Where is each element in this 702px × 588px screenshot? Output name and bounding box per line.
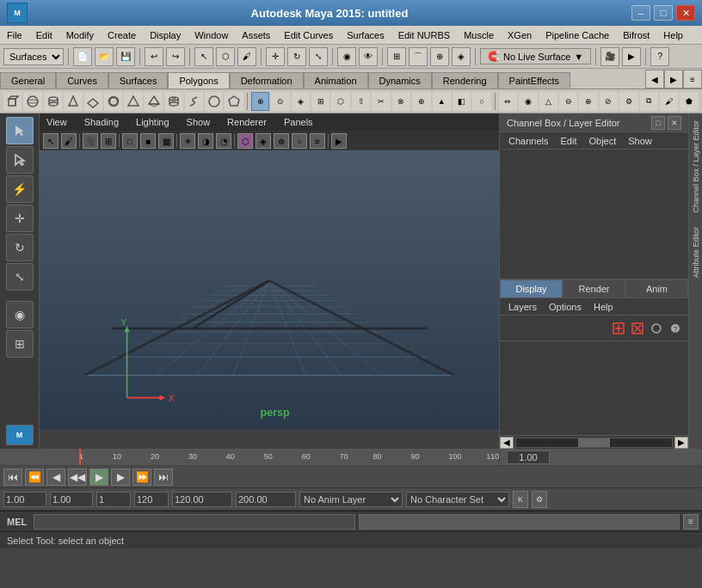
shelf-paint-select[interactable]: ⬟ — [680, 92, 698, 111]
vp-menu-show[interactable]: Show — [187, 117, 211, 127]
lm-options[interactable]: Options — [544, 300, 587, 314]
menu-bifrost[interactable]: Bifrost — [616, 26, 656, 44]
cm-edit[interactable]: Edit — [555, 134, 582, 148]
tab-polygons[interactable]: Polygons — [168, 72, 229, 89]
3d-viewport[interactable]: View Shading Lighting Show Renderer Pane… — [40, 113, 499, 449]
shelf-bridge[interactable]: ⊞ — [311, 92, 329, 111]
render-btn[interactable]: 🎥 — [600, 47, 619, 66]
no-live-surface-button[interactable]: 🧲 No Live Surface ▼ — [480, 48, 591, 64]
lm-help[interactable]: Help — [588, 300, 619, 314]
shelf-connect[interactable]: ⊕ — [412, 92, 430, 111]
shelf-pipe[interactable] — [164, 92, 182, 111]
range-max-input[interactable] — [236, 492, 296, 507]
menu-help[interactable]: Help — [656, 26, 690, 44]
paint-btn[interactable]: 🖌 — [237, 47, 256, 66]
tab-scroll-right[interactable]: ▶ — [664, 70, 683, 89]
mel-input-field[interactable] — [34, 514, 354, 530]
tab-animation[interactable]: Animation — [304, 72, 368, 89]
menu-window[interactable]: Window — [188, 26, 235, 44]
lasso-btn[interactable]: ⬡ — [216, 47, 235, 66]
shelf-reduce[interactable]: △ — [539, 92, 557, 111]
range-end-input[interactable] — [172, 492, 232, 507]
scale-btn[interactable]: ⤡ — [309, 47, 328, 66]
menu-pipeline-cache[interactable]: Pipeline Cache — [539, 26, 616, 44]
layer-scroll-right[interactable]: ▶ — [674, 437, 688, 449]
menu-edit[interactable]: Edit — [29, 26, 59, 44]
char-set-select[interactable]: No Character Set — [406, 492, 509, 507]
shelf-mirror[interactable]: ⇔ — [499, 92, 517, 111]
paint-select-tool[interactable] — [6, 146, 34, 174]
shelf-cylinder[interactable] — [44, 92, 62, 111]
layer-scrollbar[interactable]: ◀ ▶ — [500, 435, 688, 449]
layer-delete-btn[interactable] — [630, 321, 645, 336]
shelf-torus[interactable] — [104, 92, 122, 111]
workspace-dropdown[interactable]: Surfaces — [3, 48, 64, 65]
menu-muscle[interactable]: Muscle — [457, 26, 501, 44]
rotate-tool[interactable]: ↻ — [6, 234, 34, 261]
shelf-boolean[interactable]: ⊖ — [559, 92, 577, 111]
mel-script-editor-btn[interactable]: ≡ — [683, 514, 699, 530]
maya-logo-btn[interactable]: M — [6, 425, 34, 445]
current-frame-input[interactable] — [50, 492, 93, 507]
tab-deformation[interactable]: Deformation — [230, 72, 304, 89]
side-tab-channel-box[interactable]: Channel Box / Layer Editor — [690, 113, 702, 220]
redo-btn[interactable]: ↪ — [166, 47, 185, 66]
rotate-btn[interactable]: ↻ — [287, 47, 306, 66]
menu-surfaces[interactable]: Surfaces — [340, 26, 391, 44]
show-hide-btn[interactable]: 👁 — [359, 47, 378, 66]
cb-float-btn[interactable]: □ — [651, 116, 665, 130]
shelf-extract[interactable]: ⚙ — [619, 92, 637, 111]
shelf-bevel[interactable]: ⬡ — [331, 92, 349, 111]
shelf-platonic[interactable] — [225, 92, 243, 111]
prefs-btn[interactable]: ⚙ — [532, 491, 547, 508]
menu-xgen[interactable]: XGen — [501, 26, 539, 44]
layer-tab-display[interactable]: Display — [500, 279, 563, 298]
vp-menu-view[interactable]: View — [46, 117, 67, 127]
save-file-btn[interactable]: 💾 — [116, 47, 135, 66]
scale-tool[interactable]: ⤡ — [6, 263, 34, 291]
tab-general[interactable]: General — [0, 72, 56, 89]
layer-options-btn[interactable] — [649, 321, 664, 336]
tab-curves[interactable]: Curves — [56, 72, 108, 89]
layer-tab-anim[interactable]: Anim — [625, 279, 688, 298]
lasso-tool[interactable]: ⚡ — [6, 175, 34, 203]
soft-mod-btn[interactable]: ◉ — [337, 47, 356, 66]
shelf-cone[interactable] — [64, 92, 82, 111]
shelf-smooth[interactable]: ◉ — [519, 92, 537, 111]
vp-menu-renderer[interactable]: Renderer — [227, 117, 267, 127]
shelf-multi-cut[interactable]: ✂ — [372, 92, 390, 111]
play-back-btn[interactable]: ◀◀ — [68, 469, 87, 486]
go-end-btn[interactable]: ⏭ — [154, 469, 173, 486]
menu-edit-curves[interactable]: Edit Curves — [277, 26, 340, 44]
shelf-prism[interactable] — [124, 92, 142, 111]
shelf-poke[interactable]: ▲ — [433, 92, 451, 111]
shelf-fill-hole[interactable]: ◈ — [292, 92, 310, 111]
tab-scroll-left[interactable]: ◀ — [645, 70, 664, 89]
vp-menu-shading[interactable]: Shading — [84, 117, 119, 127]
go-start-btn[interactable]: ⏮ — [3, 469, 22, 486]
open-file-btn[interactable]: 📂 — [95, 47, 114, 66]
play-fwd-btn[interactable]: ▶ — [89, 469, 108, 486]
menu-display[interactable]: Display — [143, 26, 188, 44]
layer-scroll-left[interactable]: ◀ — [500, 437, 514, 449]
vp-menu-lighting[interactable]: Lighting — [136, 117, 169, 127]
current-time-box[interactable]: 1.00 — [507, 450, 550, 464]
snap-surface-btn[interactable]: ◈ — [452, 47, 471, 66]
show-manips-tool[interactable]: ⊞ — [6, 330, 34, 358]
step-fwd-btn[interactable]: ▶ — [111, 469, 130, 486]
end-frame-input[interactable] — [134, 492, 169, 507]
shelf-extrude[interactable]: ⇧ — [352, 92, 370, 111]
layer-scroll-track[interactable] — [515, 438, 673, 448]
vp-menu-panels[interactable]: Panels — [284, 117, 313, 127]
close-button[interactable]: ✕ — [676, 5, 695, 21]
shelf-combine[interactable]: ⊕ — [579, 92, 597, 111]
range-start-input[interactable] — [3, 492, 46, 507]
shelf-sphere[interactable] — [23, 92, 41, 111]
layer-scroll-thumb[interactable] — [578, 438, 609, 447]
menu-file[interactable]: File — [0, 26, 29, 44]
move-tool[interactable]: ✛ — [6, 205, 34, 232]
ipr-btn[interactable]: ▶ — [622, 47, 641, 66]
frame-input[interactable] — [96, 492, 131, 507]
tab-options[interactable]: ≡ — [683, 70, 702, 89]
menu-modify[interactable]: Modify — [59, 26, 101, 44]
